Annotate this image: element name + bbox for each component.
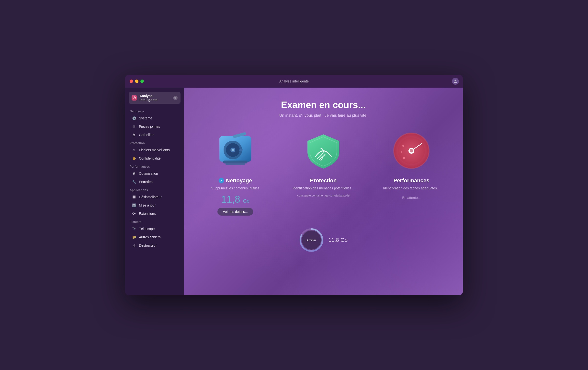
traffic-lights <box>130 80 144 83</box>
card-protection: Protection Identification des menaces po… <box>284 130 362 216</box>
pieces-jointes-icon: ✉ <box>132 124 136 129</box>
sidebar-item-fichiers-malveillants[interactable]: ☣ Fichiers malveillants <box>127 146 182 154</box>
svg-point-26 <box>401 151 402 153</box>
performances-desc: Identification des tâches adéquates... <box>383 186 440 191</box>
svg-rect-10 <box>134 196 136 197</box>
section-nettoyage: Nettoyage <box>125 107 184 114</box>
svg-point-30 <box>410 149 413 152</box>
performances-waiting: En attente... <box>402 196 421 200</box>
sidebar-item-corbeilles[interactable]: 🗑 Corbeilles <box>127 131 182 139</box>
destructeur-icon: 🖨 <box>132 243 136 248</box>
sidebar-item-optimisation[interactable]: Optimisation <box>127 169 182 178</box>
confidentialite-icon: ✋ <box>132 156 136 161</box>
sidebar-item-confidentialite-label: Confidentialité <box>139 156 161 160</box>
sidebar-item-destructeur-label: Destructeur <box>139 243 157 247</box>
sidebar-header: Analyse intelligente <box>125 91 184 107</box>
stop-button[interactable]: Arrêter <box>302 230 321 250</box>
sidebar-item-autres-fichiers-label: Autres fichiers <box>139 235 161 239</box>
autres-fichiers-icon: 📁 <box>132 235 136 240</box>
sidebar-item-entretien-label: Entretien <box>139 180 153 184</box>
mise-a-jour-icon: 🔄 <box>132 203 136 208</box>
svg-rect-11 <box>133 197 134 198</box>
analyse-icon <box>132 95 137 101</box>
protection-path: .com.apple.containe...gerd.metadata.plis… <box>296 194 350 197</box>
minimize-button[interactable] <box>135 80 138 83</box>
sidebar-item-autres-fichiers[interactable]: 📁 Autres fichiers <box>127 233 182 241</box>
sidebar-item-systeme[interactable]: 💿 Système <box>127 114 182 122</box>
sidebar-item-optimisation-label: Optimisation <box>139 172 158 175</box>
svg-point-6 <box>134 173 134 174</box>
sidebar-item-fichiers-malveillants-label: Fichiers malveillants <box>139 148 170 152</box>
progress-size-label: 11,8 Go <box>328 237 348 243</box>
section-fichiers: Fichiers <box>125 218 184 225</box>
sidebar-item-desinstallateur[interactable]: Désinstallateur <box>127 193 182 201</box>
section-applications: Applications <box>125 186 184 193</box>
close-button[interactable] <box>130 80 133 83</box>
title-bar: Analyse intelligente <box>125 75 463 88</box>
card-performances: Performances Identification des tâches a… <box>372 130 451 216</box>
cards-row: ✓ Nettoyage Supprimez les contenus inuti… <box>196 130 451 216</box>
desinstallateur-icon <box>132 195 136 199</box>
systeme-icon: 💿 <box>132 116 136 121</box>
svg-rect-12 <box>134 197 136 198</box>
sidebar-item-corbeilles-label: Corbeilles <box>139 133 154 137</box>
main-title: Examen en cours... <box>279 100 368 110</box>
section-protection: Protection <box>125 139 184 146</box>
app-window: Analyse intelligente Analyse i <box>125 75 463 295</box>
sidebar-item-pieces-jointes[interactable]: ✉ Pièces jointes <box>127 122 182 131</box>
sidebar-item-systeme-label: Système <box>139 116 152 120</box>
card-nettoyage: ✓ Nettoyage Supprimez les contenus inuti… <box>196 130 274 216</box>
sidebar-item-mise-a-jour[interactable]: 🔄 Mise à jour <box>127 201 182 209</box>
voir-details-button[interactable]: Voir les détails... <box>217 208 253 216</box>
svg-rect-9 <box>133 196 134 197</box>
user-avatar[interactable] <box>452 78 459 85</box>
user-icon <box>453 79 457 83</box>
nettoyage-desc: Supprimez les contenus inutiles <box>211 186 260 191</box>
main-subtitle: Un instant, s'il vous plaît ! Je vais fa… <box>279 113 368 118</box>
entretien-icon: 🔧 <box>132 179 136 184</box>
disk-icon <box>215 130 256 172</box>
sidebar-item-telescope[interactable]: 🔭 Télescope <box>127 225 182 233</box>
svg-point-18 <box>232 149 234 151</box>
sidebar-item-extensions-label: Extensions <box>139 212 156 216</box>
speedometer-icon-wrapper <box>391 130 432 172</box>
sidebar-item-telescope-label: Télescope <box>139 227 155 231</box>
section-performances: Performances <box>125 162 184 169</box>
protection-title: Protection <box>310 177 337 184</box>
bottom-progress-area: Arrêter 11,8 Go <box>299 228 348 252</box>
sidebar-active-label: Analyse intelligente <box>139 94 171 102</box>
telescope-icon: 🔭 <box>132 226 136 231</box>
sidebar: Analyse intelligente Nettoyage 💿 Système… <box>125 88 184 295</box>
title-bar-title: Analyse intelligente <box>279 79 309 83</box>
sidebar-item-entretien[interactable]: 🔧 Entretien <box>127 178 182 186</box>
sidebar-item-destructeur[interactable]: 🖨 Destructeur <box>127 241 182 250</box>
optimisation-icon <box>132 171 136 176</box>
stop-button-center: Arrêter <box>302 230 321 250</box>
maximize-button[interactable] <box>140 80 144 83</box>
app-body: Analyse intelligente Nettoyage 💿 Système… <box>125 88 463 295</box>
main-header: Examen en cours... Un instant, s'il vous… <box>279 100 368 118</box>
sidebar-active-item[interactable]: Analyse intelligente <box>129 92 181 104</box>
svg-point-2 <box>174 97 176 99</box>
svg-point-27 <box>403 157 405 159</box>
nettoyage-title: ✓ Nettoyage <box>219 177 252 184</box>
svg-point-7 <box>134 173 135 173</box>
corbeilles-icon: 🗑 <box>132 132 136 137</box>
shield-icon-wrapper <box>303 130 344 172</box>
fichiers-malveillants-icon: ☣ <box>132 148 136 152</box>
check-icon: ✓ <box>219 178 224 183</box>
sidebar-item-desinstallateur-label: Désinstallateur <box>139 195 162 199</box>
sidebar-active-badge <box>173 96 178 100</box>
nettoyage-size: 11,8 Go <box>221 194 249 205</box>
protection-desc: Identification des menaces potentielles.… <box>293 186 354 191</box>
extensions-icon <box>132 211 136 216</box>
sidebar-item-extensions[interactable]: Extensions <box>127 209 182 218</box>
svg-point-0 <box>455 80 456 81</box>
progress-circle: Arrêter <box>299 228 324 252</box>
svg-point-8 <box>133 174 134 175</box>
main-content: Examen en cours... Un instant, s'il vous… <box>184 88 463 295</box>
sidebar-item-mise-a-jour-label: Mise à jour <box>139 203 156 207</box>
sidebar-item-confidentialite[interactable]: ✋ Confidentialité <box>127 154 182 162</box>
svg-rect-21 <box>226 163 245 165</box>
sidebar-item-pieces-jointes-label: Pièces jointes <box>139 125 160 128</box>
